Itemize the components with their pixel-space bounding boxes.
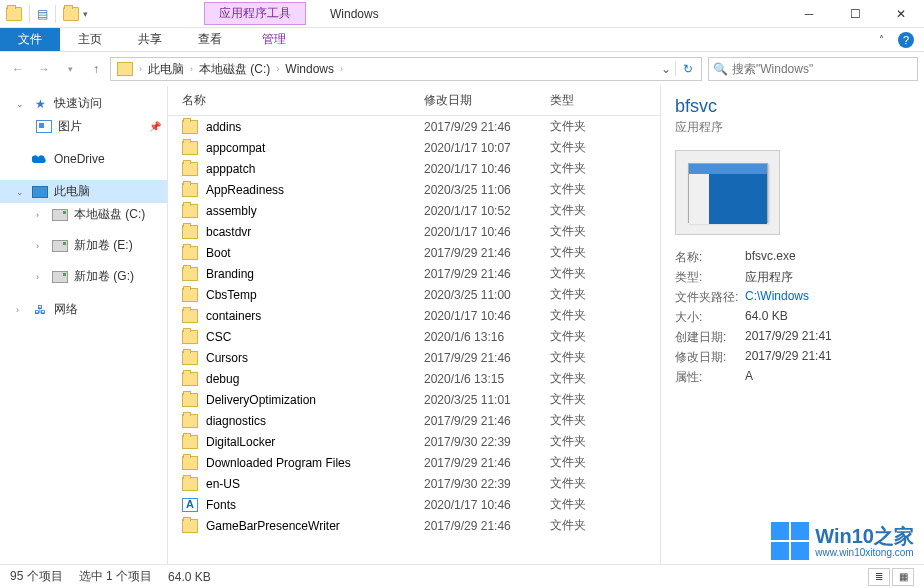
table-row[interactable]: Branding2017/9/29 21:46文件夹: [168, 263, 660, 284]
address-dropdown-icon[interactable]: ⌄: [657, 62, 675, 76]
table-row[interactable]: apppatch2020/1/17 10:46文件夹: [168, 158, 660, 179]
forward-button[interactable]: →: [32, 57, 56, 81]
folder-icon: [182, 393, 198, 407]
chevron-right-icon[interactable]: ›: [274, 64, 281, 74]
table-row[interactable]: en-US2017/9/30 22:39文件夹: [168, 473, 660, 494]
help-icon[interactable]: ?: [898, 32, 914, 48]
file-name: Fonts: [206, 498, 424, 512]
table-row[interactable]: addins2017/9/29 21:46文件夹: [168, 116, 660, 137]
search-input[interactable]: [732, 62, 913, 76]
sidebar-item-pictures[interactable]: 图片 📌: [0, 115, 167, 138]
app-icon[interactable]: [6, 7, 22, 21]
qat-overflow-icon[interactable]: ▾: [83, 9, 88, 19]
table-row[interactable]: assembly2020/1/17 10:52文件夹: [168, 200, 660, 221]
table-row[interactable]: Fonts2020/1/17 10:46文件夹: [168, 494, 660, 515]
file-date: 2017/9/30 22:39: [424, 477, 550, 491]
file-name: diagnostics: [206, 414, 424, 428]
table-row[interactable]: Boot2017/9/29 21:46文件夹: [168, 242, 660, 263]
sidebar-item-drive-e[interactable]: › 新加卷 (E:): [0, 234, 167, 257]
file-name: addins: [206, 120, 424, 134]
chevron-right-icon[interactable]: ›: [188, 64, 195, 74]
drive-icon: [52, 209, 68, 221]
tab-view[interactable]: 查看: [180, 28, 240, 51]
column-header-name[interactable]: 名称: [168, 92, 418, 109]
refresh-icon[interactable]: ↻: [675, 62, 699, 76]
expand-icon[interactable]: ›: [16, 305, 26, 315]
file-date: 2017/9/30 22:39: [424, 435, 550, 449]
titlebar: ▤ ▾ 应用程序工具 Windows ─ ☐ ✕: [0, 0, 924, 28]
expand-icon[interactable]: ›: [36, 272, 46, 282]
expand-icon[interactable]: ›: [36, 241, 46, 251]
chevron-right-icon[interactable]: ›: [137, 64, 144, 74]
back-button[interactable]: ←: [6, 57, 30, 81]
file-tab[interactable]: 文件: [0, 28, 60, 51]
up-button[interactable]: ↑: [84, 57, 108, 81]
sidebar-item-network[interactable]: › 🖧 网络: [0, 298, 167, 321]
file-type: 文件夹: [550, 223, 620, 240]
font-folder-icon: [182, 498, 198, 512]
file-name: debug: [206, 372, 424, 386]
table-row[interactable]: DigitalLocker2017/9/30 22:39文件夹: [168, 431, 660, 452]
view-details-button[interactable]: ≣: [868, 568, 890, 586]
breadcrumb-drive[interactable]: 本地磁盘 (C:): [195, 58, 274, 80]
close-button[interactable]: ✕: [878, 0, 924, 28]
maximize-button[interactable]: ☐: [832, 0, 878, 28]
breadcrumb-thispc[interactable]: 此电脑: [144, 58, 188, 80]
sidebar-label: OneDrive: [54, 152, 105, 166]
sidebar-item-quick-access[interactable]: ⌄ ★ 快速访问: [0, 92, 167, 115]
sidebar-label: 网络: [54, 301, 78, 318]
file-date: 2017/9/29 21:46: [424, 267, 550, 281]
folder-icon: [182, 288, 198, 302]
expand-icon[interactable]: ›: [36, 210, 46, 220]
column-header-type[interactable]: 类型: [544, 92, 614, 109]
minimize-button[interactable]: ─: [786, 0, 832, 28]
recent-locations-button[interactable]: ▾: [58, 57, 82, 81]
qat-new-folder-icon[interactable]: [63, 7, 79, 21]
table-row[interactable]: bcastdvr2020/1/17 10:46文件夹: [168, 221, 660, 242]
breadcrumb-folder[interactable]: Windows: [281, 58, 338, 80]
file-type: 文件夹: [550, 181, 620, 198]
chevron-right-icon[interactable]: ›: [338, 64, 345, 74]
folder-icon: [182, 372, 198, 386]
file-type: 文件夹: [550, 307, 620, 324]
tab-home[interactable]: 主页: [60, 28, 120, 51]
table-row[interactable]: GameBarPresenceWriter2017/9/29 21:46文件夹: [168, 515, 660, 536]
table-row[interactable]: CSC2020/1/6 13:16文件夹: [168, 326, 660, 347]
address-bar[interactable]: › 此电脑 › 本地磁盘 (C:) › Windows › ⌄ ↻: [110, 57, 702, 81]
view-icons-button[interactable]: ▦: [892, 568, 914, 586]
sidebar-item-this-pc[interactable]: ⌄ 此电脑: [0, 180, 167, 203]
collapse-icon[interactable]: ⌄: [16, 187, 26, 197]
collapse-icon[interactable]: ⌄: [16, 99, 26, 109]
prop-key: 文件夹路径:: [675, 289, 745, 306]
table-row[interactable]: diagnostics2017/9/29 21:46文件夹: [168, 410, 660, 431]
table-row[interactable]: appcompat2020/1/17 10:07文件夹: [168, 137, 660, 158]
folder-icon: [182, 519, 198, 533]
tab-manage[interactable]: 管理: [244, 28, 304, 51]
table-row[interactable]: DeliveryOptimization2020/3/25 11:01文件夹: [168, 389, 660, 410]
table-row[interactable]: AppReadiness2020/3/25 11:06文件夹: [168, 179, 660, 200]
details-properties: 名称:bfsvc.exe类型:应用程序文件夹路径:C:\Windows大小:64…: [675, 249, 910, 386]
ribbon-collapse-icon[interactable]: ˄: [879, 34, 884, 45]
sidebar-item-drive-g[interactable]: › 新加卷 (G:): [0, 265, 167, 288]
prop-value: 2017/9/29 21:41: [745, 329, 910, 346]
path-link[interactable]: C:\Windows: [745, 289, 809, 303]
tab-share[interactable]: 共享: [120, 28, 180, 51]
sidebar-item-drive-c[interactable]: › 本地磁盘 (C:): [0, 203, 167, 226]
file-date: 2017/9/29 21:46: [424, 414, 550, 428]
file-type: 文件夹: [550, 475, 620, 492]
prop-key: 大小:: [675, 309, 745, 326]
search-box[interactable]: 🔍: [708, 57, 918, 81]
table-row[interactable]: Cursors2017/9/29 21:46文件夹: [168, 347, 660, 368]
table-row[interactable]: containers2020/1/17 10:46文件夹: [168, 305, 660, 326]
column-header-date[interactable]: 修改日期: [418, 92, 544, 109]
table-row[interactable]: Downloaded Program Files2017/9/29 21:46文…: [168, 452, 660, 473]
file-name: DeliveryOptimization: [206, 393, 424, 407]
navigation-bar: ← → ▾ ↑ › 此电脑 › 本地磁盘 (C:) › Windows › ⌄ …: [0, 52, 924, 86]
table-row[interactable]: CbsTemp2020/3/25 11:00文件夹: [168, 284, 660, 305]
file-rows[interactable]: addins2017/9/29 21:46文件夹appcompat2020/1/…: [168, 116, 660, 564]
qat-props-icon[interactable]: ▤: [37, 7, 48, 21]
file-date: 2020/1/17 10:46: [424, 162, 550, 176]
cloud-icon: [32, 151, 48, 167]
sidebar-item-onedrive[interactable]: OneDrive: [0, 148, 167, 170]
table-row[interactable]: debug2020/1/6 13:15文件夹: [168, 368, 660, 389]
